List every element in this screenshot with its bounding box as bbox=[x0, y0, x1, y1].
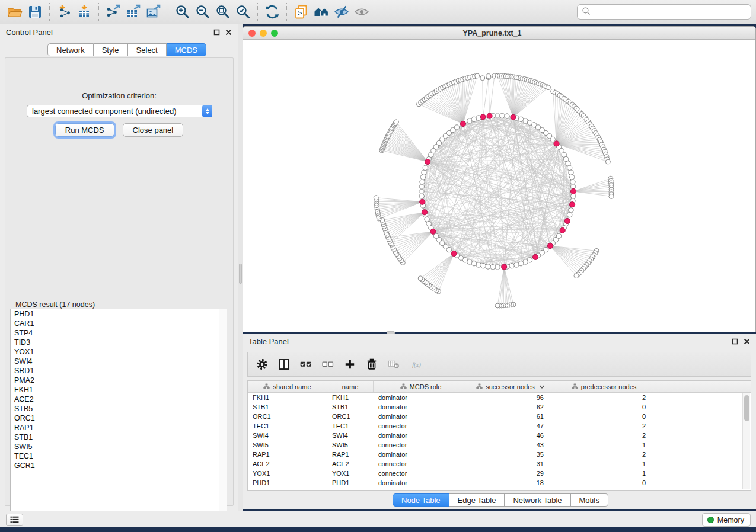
open-icon[interactable] bbox=[5, 2, 25, 21]
export-table-icon[interactable] bbox=[123, 2, 143, 21]
export-network-icon[interactable] bbox=[103, 2, 123, 21]
mcds-result-item[interactable]: TEC1 bbox=[11, 451, 227, 461]
cell-shared-name[interactable]: STB1 bbox=[248, 402, 327, 412]
cell-mcds-role[interactable]: dominator bbox=[374, 431, 468, 440]
mcds-result-list[interactable]: PHD1CAR1STP4TID3YOX1SWI4SRD1PMA2FKH1ACE2… bbox=[10, 309, 227, 516]
mcds-result-item[interactable]: SWI5 bbox=[11, 442, 227, 451]
network-window-titlebar[interactable]: YPA_prune.txt_1 bbox=[243, 27, 755, 40]
table-row[interactable]: YOX1YOX1connector291 bbox=[248, 469, 751, 478]
duplicate-network-icon[interactable] bbox=[291, 2, 311, 21]
mcds-result-item[interactable]: RAP1 bbox=[11, 423, 227, 432]
search-input[interactable] bbox=[591, 8, 747, 17]
close-panel-button[interactable]: Close panel bbox=[123, 123, 184, 137]
delete-icon[interactable] bbox=[363, 356, 380, 373]
cell-predecessor-nodes[interactable]: 2 bbox=[553, 393, 655, 402]
cell-mcds-role[interactable]: connector bbox=[374, 440, 468, 450]
cell-name[interactable]: STB1 bbox=[327, 402, 374, 412]
cell-name[interactable]: YOX1 bbox=[327, 469, 374, 478]
network-canvas[interactable] bbox=[243, 40, 755, 332]
cell-name[interactable]: SWI5 bbox=[327, 440, 374, 450]
float-icon[interactable] bbox=[213, 28, 220, 36]
close-icon[interactable] bbox=[225, 28, 232, 36]
tab-select[interactable]: Select bbox=[128, 43, 167, 56]
column-chooser-icon[interactable] bbox=[276, 356, 292, 373]
cell-successor-nodes[interactable]: 46 bbox=[468, 431, 553, 440]
add-icon[interactable] bbox=[342, 356, 358, 373]
cell-name[interactable]: RAP1 bbox=[327, 450, 374, 459]
table-row[interactable]: SWI5SWI5connector431 bbox=[248, 440, 751, 450]
table-row[interactable]: RAP1RAP1dominator352 bbox=[248, 450, 751, 459]
cell-predecessor-nodes[interactable]: 1 bbox=[553, 469, 655, 478]
criterion-select[interactable]: largest connected component (undirected) bbox=[27, 105, 212, 117]
column-header-shared-name[interactable]: shared name bbox=[248, 381, 327, 392]
show-all-icon[interactable] bbox=[352, 2, 372, 21]
cell-mcds-role[interactable]: dominator bbox=[374, 478, 468, 488]
column-header-MCDS-role[interactable]: MCDS role bbox=[374, 381, 468, 392]
settings-icon[interactable] bbox=[254, 356, 270, 373]
mcds-result-item[interactable]: FKH1 bbox=[11, 385, 227, 395]
zoom-in-icon[interactable] bbox=[173, 2, 193, 21]
table-row[interactable]: ORC1ORC1dominator610 bbox=[248, 412, 751, 421]
cell-shared-name[interactable]: PHD1 bbox=[248, 478, 327, 488]
minimize-traffic-light[interactable] bbox=[260, 30, 267, 37]
cell-predecessor-nodes[interactable]: 1 bbox=[553, 440, 655, 450]
table-row[interactable]: SWI4SWI4dominator462 bbox=[248, 431, 751, 440]
cell-shared-name[interactable]: ACE2 bbox=[248, 459, 327, 469]
cell-successor-nodes[interactable]: 35 bbox=[468, 450, 553, 459]
cell-mcds-role[interactable]: connector bbox=[374, 421, 468, 431]
mcds-result-item[interactable]: SRD1 bbox=[11, 366, 227, 376]
mcds-result-item[interactable]: YOX1 bbox=[11, 347, 227, 357]
cell-predecessor-nodes[interactable]: 0 bbox=[553, 412, 655, 421]
table-row[interactable]: STB1STB1dominator620 bbox=[248, 402, 751, 412]
tab-mcds[interactable]: MCDS bbox=[167, 43, 206, 56]
memory-button[interactable]: Memory bbox=[702, 513, 751, 527]
table-row[interactable]: FKH1FKH1dominator962 bbox=[248, 393, 751, 402]
cell-successor-nodes[interactable]: 47 bbox=[468, 421, 553, 431]
cell-predecessor-nodes[interactable]: 2 bbox=[553, 421, 655, 431]
cell-name[interactable]: PHD1 bbox=[327, 478, 374, 488]
zoom-out-icon[interactable] bbox=[193, 2, 213, 21]
tab-network[interactable]: Network bbox=[47, 43, 94, 56]
mcds-result-item[interactable]: ORC1 bbox=[11, 414, 227, 423]
zoom-fit-icon[interactable] bbox=[213, 2, 233, 21]
cell-successor-nodes[interactable]: 29 bbox=[468, 469, 553, 478]
tab-node-table[interactable]: Node Table bbox=[393, 493, 449, 507]
tab-edge-table[interactable]: Edge Table bbox=[449, 493, 505, 507]
export-image-icon[interactable] bbox=[143, 2, 164, 21]
cell-shared-name[interactable]: TEC1 bbox=[248, 421, 327, 431]
table-scrollbar-thumb[interactable] bbox=[744, 395, 749, 421]
import-network-icon[interactable] bbox=[54, 2, 74, 21]
close-traffic-light[interactable] bbox=[248, 30, 256, 37]
cell-successor-nodes[interactable]: 43 bbox=[468, 440, 553, 450]
mcds-result-item[interactable]: GCR1 bbox=[11, 461, 227, 470]
tab-network-table[interactable]: Network Table bbox=[505, 493, 570, 507]
deselect-all-icon[interactable] bbox=[320, 356, 336, 373]
cell-mcds-role[interactable]: dominator bbox=[374, 393, 468, 402]
refresh-icon[interactable] bbox=[262, 2, 282, 21]
cell-successor-nodes[interactable]: 18 bbox=[468, 478, 553, 488]
cell-mcds-role[interactable]: dominator bbox=[374, 402, 468, 412]
column-header-predecessor-nodes[interactable]: predecessor nodes bbox=[553, 381, 655, 392]
splitter-handle[interactable] bbox=[239, 264, 242, 284]
mcds-result-item[interactable]: CAR1 bbox=[11, 319, 227, 328]
table-row[interactable]: TEC1TEC1connector472 bbox=[248, 421, 751, 431]
cell-successor-nodes[interactable]: 31 bbox=[468, 459, 553, 469]
table-row[interactable]: ACE2ACE2connector311 bbox=[248, 459, 751, 469]
cell-predecessor-nodes[interactable]: 0 bbox=[553, 402, 655, 412]
cell-shared-name[interactable]: YOX1 bbox=[248, 469, 327, 478]
close-icon[interactable] bbox=[743, 338, 750, 345]
mcds-result-item[interactable]: PHD1 bbox=[11, 309, 227, 319]
first-neighbors-icon[interactable] bbox=[311, 2, 331, 21]
cell-name[interactable]: ACE2 bbox=[327, 459, 374, 469]
select-all-icon[interactable] bbox=[298, 356, 314, 373]
cell-predecessor-nodes[interactable]: 1 bbox=[553, 459, 655, 469]
cell-name[interactable]: TEC1 bbox=[327, 421, 374, 431]
save-icon[interactable] bbox=[25, 2, 45, 21]
mcds-result-item[interactable]: STP4 bbox=[11, 328, 227, 338]
mcds-result-item[interactable]: SWI4 bbox=[11, 357, 227, 366]
tab-style[interactable]: Style bbox=[94, 43, 128, 56]
mcds-result-item[interactable]: ACE2 bbox=[11, 395, 227, 404]
search-box[interactable] bbox=[577, 4, 751, 20]
mcds-list-scrollbar[interactable] bbox=[219, 309, 227, 515]
cell-predecessor-nodes[interactable]: 2 bbox=[553, 450, 655, 459]
